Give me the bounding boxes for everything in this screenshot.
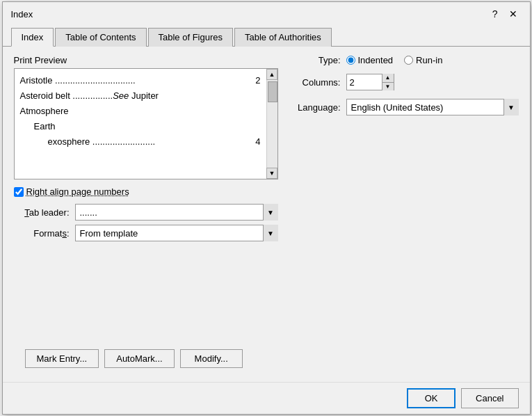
index-dialog: Index ? ✕ Index Table of Contents Table …	[2, 1, 531, 415]
tab-index[interactable]: Index	[11, 28, 54, 47]
title-bar-controls: ? ✕	[488, 8, 522, 20]
formats-select[interactable]: From template Classic Fancy Modern Bulle…	[75, 225, 278, 241]
mark-entry-button[interactable]: Mark Entry...	[25, 349, 99, 368]
right-align-label[interactable]: Right align page numbers	[26, 186, 129, 197]
columns-decrement[interactable]: ▼	[382, 83, 394, 91]
tab-leader-label: Tab leader:	[14, 207, 70, 218]
main-area: Print Preview Aristotle ................…	[14, 55, 519, 344]
tab-leader-select-wrapper: ....... ------ ______ (none) ▼	[75, 204, 278, 221]
right-align-row: Right align page numbers	[14, 186, 278, 197]
ok-button[interactable]: OK	[407, 388, 456, 408]
action-buttons: Mark Entry... AutoMark... Modify...	[14, 344, 519, 374]
preview-line-2: Asteroid belt ................See Jupite…	[20, 88, 261, 104]
scroll-down-arrow[interactable]: ▼	[266, 168, 277, 179]
preview-content: Aristotle ..............................…	[15, 69, 266, 179]
tab-leader-row: Tab leader: ....... ------ ______ (none)…	[14, 204, 278, 221]
columns-input[interactable]	[347, 74, 382, 90]
scroll-up-arrow[interactable]: ▲	[266, 69, 277, 80]
preview-line-3: Atmosphere	[20, 104, 261, 119]
formats-row: Formats: From template Classic Fancy Mod…	[14, 225, 278, 241]
cancel-button[interactable]: Cancel	[461, 388, 518, 408]
formats-select-wrapper: From template Classic Fancy Modern Bulle…	[75, 225, 278, 241]
language-select[interactable]: English (United States) English (United …	[346, 99, 519, 115]
tab-table-of-contents[interactable]: Table of Contents	[55, 28, 146, 47]
preview-label: Print Preview	[14, 55, 278, 65]
runin-option[interactable]: Run-in	[404, 55, 442, 65]
tab-leader-select[interactable]: ....... ------ ______ (none)	[75, 204, 278, 221]
columns-field: Columns: ▲ ▼	[292, 74, 519, 90]
columns-increment[interactable]: ▲	[382, 74, 394, 83]
preview-box: Aristotle ..............................…	[14, 68, 278, 179]
scroll-track[interactable]	[267, 80, 277, 168]
right-panel: Type: Indented Run-in Columns:	[292, 55, 519, 344]
modify-button[interactable]: Modify...	[180, 349, 243, 368]
language-select-wrapper: English (United States) English (United …	[346, 99, 519, 115]
preview-line-1: Aristotle ..............................…	[20, 73, 261, 88]
language-field: Language: English (United States) Englis…	[292, 99, 519, 115]
tab-table-of-authorities[interactable]: Table of Authorities	[234, 28, 332, 47]
title-bar: Index ? ✕	[3, 2, 530, 23]
tab-table-of-figures[interactable]: Table of Figures	[148, 28, 234, 47]
indented-option[interactable]: Indented	[346, 55, 394, 65]
indented-radio[interactable]	[346, 56, 355, 65]
preview-line-4: Earth	[20, 119, 261, 134]
close-button[interactable]: ✕	[505, 8, 522, 20]
spinner-buttons: ▲ ▼	[382, 74, 394, 90]
columns-spinner: ▲ ▼	[346, 74, 394, 90]
dialog-content: Print Preview Aristotle ................…	[3, 47, 530, 382]
runin-radio[interactable]	[404, 56, 413, 65]
help-button[interactable]: ?	[488, 8, 502, 20]
type-radio-group: Indented Run-in	[346, 55, 443, 65]
language-label: Language:	[292, 102, 341, 113]
type-field: Type: Indented Run-in	[292, 55, 519, 65]
form-rows: Tab leader: ....... ------ ______ (none)…	[14, 204, 278, 241]
scroll-thumb[interactable]	[268, 81, 277, 102]
preview-scrollbar[interactable]: ▲ ▼	[266, 69, 277, 179]
dialog-footer: OK Cancel	[3, 382, 530, 414]
tab-bar: Index Table of Contents Table of Figures…	[3, 23, 530, 47]
automark-button[interactable]: AutoMark...	[104, 349, 174, 368]
preview-line-5: exosphere ......................... 4	[20, 134, 261, 150]
columns-label: Columns:	[292, 77, 341, 88]
left-panel: Print Preview Aristotle ................…	[14, 55, 278, 344]
dialog-title: Index	[11, 9, 33, 19]
formats-label: Formats:	[14, 228, 70, 239]
right-align-checkbox[interactable]	[14, 187, 24, 197]
type-label: Type:	[292, 55, 341, 65]
